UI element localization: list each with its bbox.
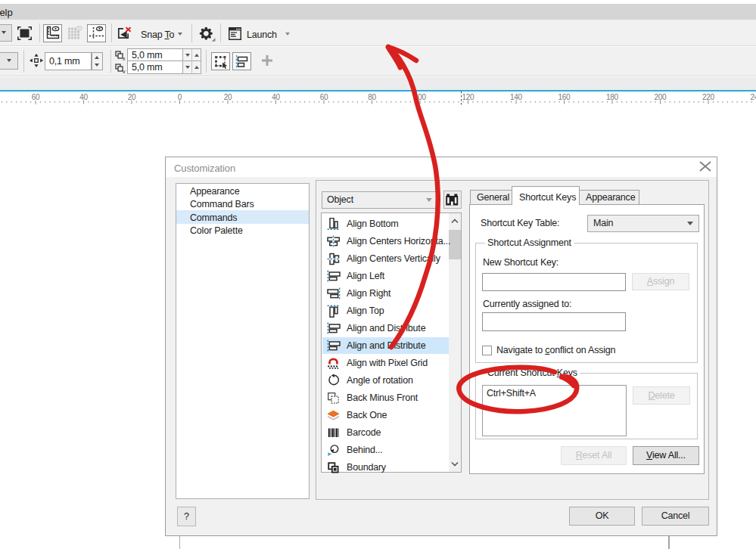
svg-text:40: 40 bbox=[272, 93, 280, 101]
svg-text:220: 220 bbox=[702, 93, 715, 101]
svg-text:20: 20 bbox=[128, 93, 136, 101]
svg-text:80: 80 bbox=[368, 93, 376, 101]
svg-text:0: 0 bbox=[178, 93, 182, 101]
svg-text:200: 200 bbox=[655, 93, 667, 101]
svg-text:x: x bbox=[123, 56, 126, 60]
svg-text:180: 180 bbox=[606, 93, 619, 101]
svg-text:100: 100 bbox=[414, 93, 427, 101]
svg-text:140: 140 bbox=[510, 93, 523, 101]
svg-text:60: 60 bbox=[32, 93, 40, 101]
svg-text:y: y bbox=[123, 69, 126, 73]
svg-text:40: 40 bbox=[79, 93, 88, 101]
svg-text:60: 60 bbox=[320, 93, 328, 101]
svg-text:160: 160 bbox=[558, 93, 571, 101]
svg-text:20: 20 bbox=[224, 93, 232, 101]
svg-text:120: 120 bbox=[462, 93, 475, 101]
svg-text:240: 240 bbox=[751, 93, 756, 101]
